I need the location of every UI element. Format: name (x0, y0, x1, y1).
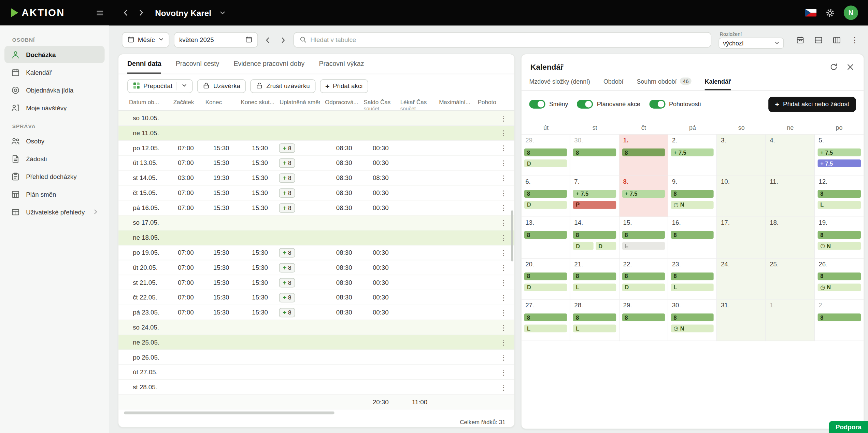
event-badge-shift[interactable]: 8 (671, 190, 713, 198)
toggle-switch[interactable] (577, 100, 593, 109)
user-avatar[interactable]: N (844, 5, 858, 20)
sidebar-item-dochazka[interactable]: Docházka (4, 46, 105, 63)
applied-shift-badge[interactable]: +8 (279, 263, 295, 273)
calendar-day-23[interactable]: 23.8L (668, 259, 717, 300)
row-menu-icon[interactable]: ⋮ (496, 308, 514, 317)
toggle-planovane-akce[interactable]: Plánované akce (577, 100, 640, 109)
horizontal-scrollbar[interactable] (124, 411, 509, 415)
attendance-row-ut-27-05[interactable]: út 27.05.⋮ (118, 365, 514, 380)
period-selector-button[interactable]: Měsíc (122, 32, 169, 47)
event-badge-light[interactable]: D (573, 242, 593, 250)
row-menu-icon[interactable]: ⋮ (496, 144, 514, 152)
sidebar-item-plan-smen[interactable]: Plán směn (4, 185, 105, 202)
tab-souhrn-obdobi[interactable]: Souhrn období46 (637, 78, 691, 90)
calendar-day-20[interactable]: 20.8D (522, 259, 570, 300)
event-badge-plan[interactable]: +7.5 (622, 190, 665, 198)
event-badge-night[interactable]: ◷N (817, 242, 861, 250)
event-badge-light[interactable]: L (671, 283, 713, 291)
attendance-row-so-24-05[interactable]: so 24.05.⋮ (118, 320, 514, 335)
event-badge-shift[interactable]: 8 (671, 313, 713, 321)
attendance-row-po-12-05[interactable]: po 12.05.07:0015:3015:30+808:3000:30⋮ (118, 141, 514, 156)
event-badge-light[interactable]: L (817, 201, 861, 209)
tab-evidence-pracovni-doby[interactable]: Evidence pracovní doby (234, 60, 305, 74)
toggle-switch[interactable] (649, 100, 665, 109)
calendar-day-7[interactable]: 7.+7.5P (570, 176, 619, 217)
event-badge-red[interactable]: P (573, 201, 616, 209)
applied-shift-badge[interactable]: +8 (279, 308, 295, 317)
event-badge-light[interactable]: D (524, 201, 567, 209)
support-button[interactable]: Podpora (829, 421, 868, 433)
calendar-day-30[interactable]: 30.8 (570, 135, 619, 176)
column-header-saldo-cas[interactable]: Saldo Čassoučet (359, 99, 395, 111)
columns-view-icon[interactable] (831, 35, 841, 45)
calendar-day-27[interactable]: 27.8L (522, 299, 570, 341)
column-header-lekar-cas[interactable]: Lékař Čassoučet (395, 99, 434, 111)
event-badge-shift[interactable]: 8 (622, 272, 665, 280)
event-badge-light[interactable]: L (573, 324, 616, 332)
menu-toggle-icon[interactable] (96, 9, 104, 17)
calendar-day-16[interactable]: 16.8 (668, 217, 717, 259)
sidebar-item-prehled-dochazky[interactable]: Přehled docházky (4, 168, 105, 185)
next-period-icon[interactable] (278, 36, 289, 43)
row-menu-icon[interactable]: ⋮ (496, 368, 514, 376)
row-menu-icon[interactable]: ⋮ (496, 173, 514, 182)
toggle-smeny[interactable]: Směny (529, 100, 568, 109)
calendar-day-31[interactable]: 31. (717, 299, 766, 341)
event-badge-light[interactable]: L (524, 324, 567, 332)
event-badge-shift[interactable]: 8 (524, 231, 567, 239)
chevron-down-icon[interactable] (182, 83, 187, 89)
row-menu-icon[interactable]: ⋮ (496, 353, 514, 361)
row-menu-icon[interactable]: ⋮ (496, 263, 514, 271)
calendar-day-9[interactable]: 9.8◷N (668, 176, 717, 217)
column-header-zacatek[interactable]: Začátek (168, 99, 200, 104)
table-search[interactable] (293, 32, 711, 47)
recalculate-button[interactable]: Přepočítat (127, 79, 193, 93)
row-menu-icon[interactable]: ⋮ (496, 278, 514, 287)
sidebar-item-osoby[interactable]: Osoby (4, 132, 105, 150)
applied-shift-badge[interactable]: +8 (279, 293, 295, 302)
calendar-day-5[interactable]: 5.+7.5+7.5 (815, 135, 864, 176)
calendar-day-12[interactable]: 12.8L (815, 176, 864, 217)
event-badge-shift[interactable]: 8 (524, 149, 567, 156)
attendance-row-ne-25-05[interactable]: ne 25.05.⋮ (118, 335, 514, 350)
event-badge-light[interactable]: D (524, 283, 567, 291)
calendar-day-29[interactable]: 29.8 (619, 299, 668, 341)
language-flag-icon[interactable] (805, 9, 816, 17)
refresh-icon[interactable] (828, 61, 839, 72)
calendar-day-18[interactable]: 18. (766, 217, 815, 259)
calendar-day-1[interactable]: 1.8 (619, 135, 668, 176)
calendar-day-17[interactable]: 17. (717, 217, 766, 259)
row-menu-icon[interactable]: ⋮ (496, 114, 514, 122)
split-view-icon[interactable] (813, 35, 823, 45)
row-menu-icon[interactable]: ⋮ (496, 293, 514, 302)
tab-pracovni-vykaz[interactable]: Pracovní výkaz (319, 60, 364, 74)
event-badge-standby[interactable]: +7.5 (817, 159, 861, 167)
sidebar-item-uzivatelske-prehledy[interactable]: Uživatelské přehledy (4, 203, 105, 220)
vertical-scrollbar[interactable] (511, 210, 513, 261)
date-range-field[interactable]: květen 2025 (174, 32, 258, 47)
search-input[interactable] (310, 37, 705, 43)
column-header-konec[interactable]: Konec (200, 99, 236, 104)
calendar-day-30[interactable]: 30.8◷N (668, 299, 717, 341)
attendance-row-ct-15-05[interactable]: čt 15.05.07:0015:3015:30+808:3000:30⋮ (118, 185, 514, 200)
add-action-or-request-button[interactable]: + Přidat akci nebo žádost (768, 97, 856, 112)
event-badge-cancelled[interactable]: L (622, 242, 665, 250)
tab-obdobi[interactable]: Období (603, 78, 624, 90)
closure-button[interactable]: Uzávěrka (197, 79, 246, 93)
calendar-view-icon[interactable] (795, 35, 805, 45)
event-badge-night[interactable]: ◷N (671, 324, 713, 332)
row-menu-icon[interactable]: ⋮ (496, 159, 514, 167)
event-badge-shift[interactable]: 8 (622, 231, 665, 239)
event-badge-shift[interactable]: 8 (524, 313, 567, 321)
toggle-pohotovosti[interactable]: Pohotovosti (649, 100, 701, 109)
row-menu-icon[interactable]: ⋮ (496, 188, 514, 197)
attendance-row-ut-13-05[interactable]: út 13.05.07:0015:3015:30+808:3000:30⋮ (118, 156, 514, 171)
calendar-day-1[interactable]: 1. (766, 299, 815, 341)
attendance-row-po-26-05[interactable]: po 26.05.⋮ (118, 350, 514, 365)
applied-shift-badge[interactable]: +8 (279, 143, 295, 153)
calendar-day-24[interactable]: 24. (717, 259, 766, 300)
event-badge-shift[interactable]: 8 (573, 231, 616, 239)
close-icon[interactable] (845, 61, 856, 72)
event-badge-shift[interactable]: 8 (817, 272, 861, 280)
calendar-day-2[interactable]: 2.8 (815, 299, 864, 341)
